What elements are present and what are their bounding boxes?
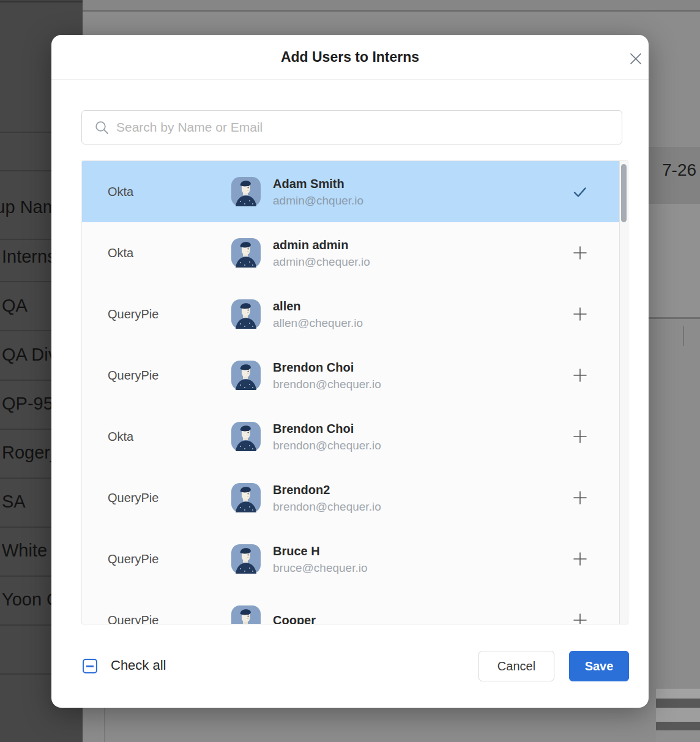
save-button[interactable]: Save xyxy=(569,651,629,681)
row-action[interactable] xyxy=(572,306,588,323)
user-avatar xyxy=(231,544,261,574)
row-action[interactable] xyxy=(572,429,588,445)
row-action[interactable] xyxy=(572,612,588,625)
row-action[interactable] xyxy=(572,551,588,568)
dialog-title: Add Users to Interns xyxy=(51,35,649,79)
divider xyxy=(649,317,700,319)
user-source-label: QueryPie xyxy=(108,369,231,383)
check-all-label: Check all xyxy=(111,658,166,673)
background-stripe xyxy=(656,730,700,742)
background-toolbar xyxy=(83,0,700,10)
user-avatar xyxy=(231,177,261,206)
user-source-label: QueryPie xyxy=(108,613,231,625)
background-stripe xyxy=(656,722,700,730)
user-avatar xyxy=(231,238,261,268)
user-source-label: Okta xyxy=(108,185,231,199)
user-source-label: QueryPie xyxy=(108,552,231,566)
user-row[interactable]: Okta Adam Smith admin@chquer.io xyxy=(82,161,619,222)
user-email: allen@chequer.io xyxy=(273,315,572,331)
user-name: Cooper xyxy=(273,612,572,624)
indeterminate-mark-icon xyxy=(86,665,94,667)
divider xyxy=(0,1,83,2)
user-identity: Brendon Choi brendon@chequer.io xyxy=(273,359,572,392)
user-identity: Brendon Choi brendon@chequer.io xyxy=(273,420,572,454)
user-identity: Adam Smith admin@chquer.io xyxy=(273,175,572,209)
checkmark-icon xyxy=(572,184,588,200)
user-avatar xyxy=(231,422,261,451)
check-all-checkbox[interactable] xyxy=(83,659,97,673)
user-row[interactable]: Okta Brendon Choi brendon@chequer.io xyxy=(82,406,619,467)
user-row[interactable]: QueryPie Bruce H bruce@chequer.io xyxy=(82,528,619,590)
background-divider xyxy=(83,10,700,12)
column-divider xyxy=(683,326,684,346)
user-rows: Okta Adam Smith admin@chquer.io xyxy=(82,161,619,624)
user-email: brendon@chequer.io xyxy=(273,437,572,454)
background-stripe xyxy=(656,708,700,722)
user-name: Brendon2 xyxy=(273,481,572,498)
search-icon xyxy=(95,121,109,135)
row-action[interactable] xyxy=(572,184,588,200)
user-source-label: QueryPie xyxy=(108,491,231,505)
row-action[interactable] xyxy=(572,367,588,384)
user-email: brendon@chequer.io xyxy=(273,376,572,392)
cancel-button[interactable]: Cancel xyxy=(478,651,554,681)
user-avatar xyxy=(231,361,261,390)
row-action[interactable] xyxy=(572,245,588,261)
divider xyxy=(104,708,105,742)
user-email: brendon@chequer.io xyxy=(273,498,572,515)
add-user-icon xyxy=(573,490,587,505)
user-row[interactable]: QueryPie Brendon2 brendon@chequer.io xyxy=(82,467,619,528)
background-stripe xyxy=(656,689,700,699)
add-users-dialog: Add Users to Interns Okta xyxy=(51,35,649,708)
user-name: Bruce H xyxy=(273,542,572,560)
user-identity: Cooper xyxy=(273,612,572,624)
user-identity: Brendon2 brendon@chequer.io xyxy=(273,481,572,515)
user-row[interactable]: QueryPie Brendon Choi brendon@chequer.io xyxy=(82,345,619,406)
background-table-row-light xyxy=(649,204,700,317)
user-row[interactable]: QueryPie Cooper xyxy=(82,590,619,624)
add-user-icon xyxy=(573,307,587,321)
dialog-footer: Check all Cancel Save xyxy=(51,651,649,681)
user-source-label: Okta xyxy=(108,246,231,260)
background-stripe xyxy=(656,699,700,708)
user-name: Brendon Choi xyxy=(273,420,572,437)
user-row[interactable]: QueryPie allen allen@chequer.io xyxy=(82,283,619,345)
user-avatar xyxy=(231,483,261,512)
search-input[interactable] xyxy=(115,119,614,135)
screen: Group Name InternsQAQA DivQP-95Roger_SAW… xyxy=(0,0,700,742)
scrollbar-thumb[interactable] xyxy=(621,164,627,222)
add-user-icon xyxy=(573,368,587,383)
dialog-header: Add Users to Interns xyxy=(51,35,649,80)
user-name: admin admin xyxy=(273,236,572,253)
user-row[interactable]: Okta admin admin admin@chequer.io xyxy=(82,222,619,283)
user-identity: admin admin admin@chequer.io xyxy=(273,236,572,270)
background-date-fragment: 7-26 xyxy=(662,160,696,180)
user-name: Adam Smith xyxy=(273,175,572,192)
close-button[interactable] xyxy=(622,45,649,72)
user-identity: Bruce H bruce@chequer.io xyxy=(273,542,572,576)
user-source-label: Okta xyxy=(108,430,231,444)
user-identity: allen allen@chequer.io xyxy=(273,298,572,331)
close-icon xyxy=(629,52,642,66)
scrollbar-track[interactable] xyxy=(619,161,628,624)
user-avatar xyxy=(231,299,261,329)
user-avatar xyxy=(231,605,261,624)
user-email: admin@chequer.io xyxy=(273,253,572,270)
add-user-icon xyxy=(573,552,587,566)
row-action[interactable] xyxy=(572,490,588,506)
user-list: Okta Adam Smith admin@chquer.io xyxy=(81,160,628,624)
add-user-icon xyxy=(573,429,587,444)
add-user-icon xyxy=(573,613,587,624)
user-email: admin@chquer.io xyxy=(273,192,572,209)
user-source-label: QueryPie xyxy=(108,307,231,321)
add-user-icon xyxy=(573,245,587,260)
search-box xyxy=(81,110,622,144)
user-email: bruce@chequer.io xyxy=(273,560,572,576)
user-name: allen xyxy=(273,298,572,315)
user-name: Brendon Choi xyxy=(273,359,572,376)
